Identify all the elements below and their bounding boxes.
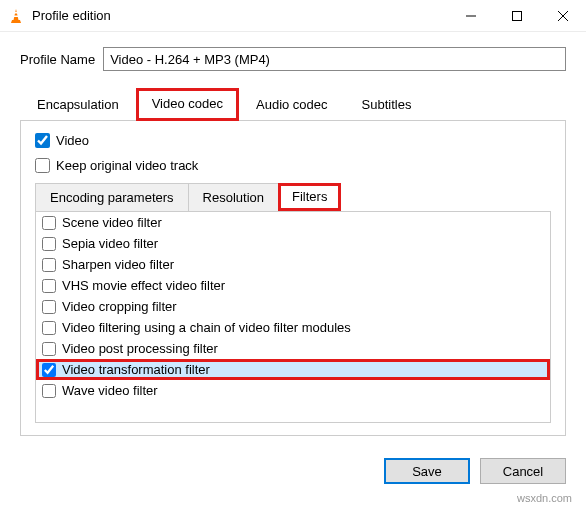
filter-label: Sharpen video filter	[62, 257, 174, 272]
filter-item[interactable]: Wave video filter	[36, 380, 550, 401]
video-checkbox-label: Video	[56, 133, 89, 148]
svg-rect-5	[513, 11, 522, 20]
watermark: wsxdn.com	[517, 492, 572, 504]
filter-label: Scene video filter	[62, 215, 162, 230]
filter-label: Video cropping filter	[62, 299, 177, 314]
filter-list[interactable]: Scene video filterSepia video filterShar…	[35, 211, 551, 423]
tab-encapsulation[interactable]: Encapsulation	[20, 88, 136, 121]
filter-checkbox[interactable]	[42, 363, 56, 377]
filter-item[interactable]: Sepia video filter	[36, 233, 550, 254]
filter-item[interactable]: Scene video filter	[36, 212, 550, 233]
filter-item[interactable]: Video cropping filter	[36, 296, 550, 317]
filter-item[interactable]: Video post processing filter	[36, 338, 550, 359]
filter-checkbox[interactable]	[42, 300, 56, 314]
maximize-button[interactable]	[494, 0, 540, 32]
filter-item[interactable]: Sharpen video filter	[36, 254, 550, 275]
dialog-buttons: Save Cancel	[0, 446, 586, 496]
filter-checkbox[interactable]	[42, 216, 56, 230]
minimize-button[interactable]	[448, 0, 494, 32]
vlc-cone-icon	[8, 8, 24, 24]
filter-label: Video filtering using a chain of video f…	[62, 320, 351, 335]
filter-checkbox[interactable]	[42, 342, 56, 356]
cancel-button[interactable]: Cancel	[480, 458, 566, 484]
filter-checkbox[interactable]	[42, 279, 56, 293]
titlebar: Profile edition	[0, 0, 586, 32]
svg-marker-0	[14, 9, 19, 20]
filter-item[interactable]: Video transformation filter	[36, 359, 550, 380]
filter-label: Video post processing filter	[62, 341, 218, 356]
tab-subtitles[interactable]: Subtitles	[345, 88, 429, 121]
keep-original-row: Keep original video track	[35, 158, 551, 173]
subtab-encoding[interactable]: Encoding parameters	[35, 183, 189, 211]
svg-marker-3	[11, 20, 21, 23]
window-title: Profile edition	[32, 8, 111, 23]
profile-name-row: Profile Name	[20, 47, 566, 71]
filter-label: Wave video filter	[62, 383, 158, 398]
filter-label: Video transformation filter	[62, 362, 210, 377]
video-checkbox[interactable]	[35, 133, 50, 148]
filter-checkbox[interactable]	[42, 258, 56, 272]
svg-rect-2	[14, 15, 18, 17]
filter-label: VHS movie effect video filter	[62, 278, 225, 293]
filter-label: Sepia video filter	[62, 236, 158, 251]
save-button[interactable]: Save	[384, 458, 470, 484]
filter-checkbox[interactable]	[42, 321, 56, 335]
filter-checkbox[interactable]	[42, 237, 56, 251]
tab-audio-codec[interactable]: Audio codec	[239, 88, 345, 121]
sub-tabs: Encoding parameters Resolution Filters	[35, 183, 551, 211]
keep-original-checkbox[interactable]	[35, 158, 50, 173]
filter-item[interactable]: Video filtering using a chain of video f…	[36, 317, 550, 338]
video-checkbox-row: Video	[35, 133, 551, 148]
filter-checkbox[interactable]	[42, 384, 56, 398]
svg-rect-1	[15, 12, 18, 14]
close-button[interactable]	[540, 0, 586, 32]
main-tabs: Encapsulation Video codec Audio codec Su…	[20, 87, 566, 120]
profile-name-label: Profile Name	[20, 52, 95, 67]
filter-item[interactable]: VHS movie effect video filter	[36, 275, 550, 296]
video-codec-panel: Video Keep original video track Encoding…	[20, 120, 566, 436]
subtab-filters[interactable]: Filters	[278, 183, 341, 211]
keep-original-label: Keep original video track	[56, 158, 198, 173]
profile-name-input[interactable]	[103, 47, 566, 71]
subtab-resolution[interactable]: Resolution	[188, 183, 279, 211]
tab-video-codec[interactable]: Video codec	[136, 88, 239, 121]
